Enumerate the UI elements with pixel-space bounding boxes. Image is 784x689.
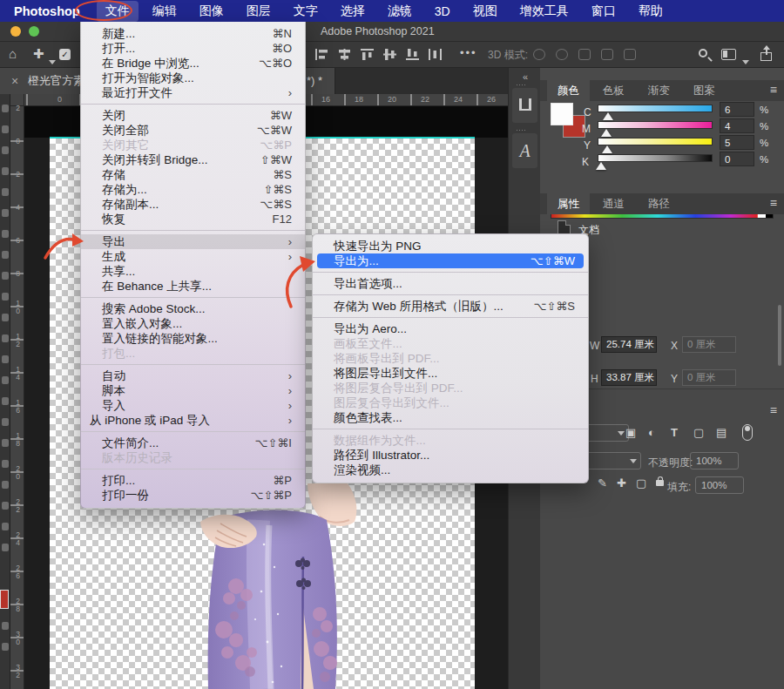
3d-roll-icon[interactable] [556, 49, 568, 60]
menubar-item-plugins[interactable]: 增效工具 [520, 3, 569, 19]
foreground-color-swatch[interactable] [0, 590, 9, 609]
file-menu-item[interactable]: 共享... [81, 264, 305, 279]
share-icon[interactable] [760, 47, 774, 62]
file-menu-item[interactable]: 文件简介...⌥⇧⌘I [81, 436, 305, 450]
file-menu-item-recent[interactable]: 最近打开文件› [81, 85, 305, 100]
tab-color[interactable]: 颜色 [547, 80, 590, 101]
tab-properties[interactable]: 属性 [547, 193, 590, 214]
magenta-value-input[interactable]: 4 [720, 118, 754, 133]
tools-panel-fragment[interactable] [0, 94, 10, 689]
y-input[interactable]: 0 厘米 [682, 369, 736, 386]
tab-swatches[interactable]: 色板 [592, 80, 635, 101]
move-tool-caret-icon[interactable] [49, 52, 56, 68]
tab-channels[interactable]: 通道 [592, 193, 635, 214]
more-options-icon[interactable]: ••• [460, 46, 477, 59]
cyan-slider[interactable] [598, 105, 713, 112]
black-value-input[interactable]: 0 [720, 152, 754, 166]
3d-camera-icon[interactable] [624, 49, 636, 60]
move-tool-icon[interactable]: ✚ [33, 46, 44, 62]
export-submenu-item[interactable]: 颜色查找表... [313, 410, 588, 425]
file-menu-item[interactable]: 打印...⌘P [81, 473, 305, 488]
file-menu-item-export[interactable]: 导出› [81, 234, 305, 249]
file-menu-item[interactable]: 关闭全部⌥⌘W [81, 123, 305, 138]
align-top-icon[interactable] [361, 49, 374, 60]
export-submenu-item[interactable]: 将图层导出到文件... [313, 366, 588, 381]
3d-pan-icon[interactable] [578, 49, 591, 60]
filter-smart-object-icon[interactable]: ▤ [716, 426, 727, 439]
expand-panels-icon[interactable]: « [523, 71, 528, 82]
export-submenu-item-export-as[interactable]: 导出为...⌥⇧⌘W [317, 253, 584, 268]
export-submenu-item[interactable]: 渲染视频... [313, 463, 588, 477]
cyan-value-input[interactable]: 6 [720, 102, 754, 117]
menubar-item-edit[interactable]: 编辑 [152, 3, 177, 19]
file-menu-item[interactable]: 存储副本...⌥⌘S [81, 197, 305, 212]
tab-close-icon[interactable]: × [11, 68, 18, 94]
file-menu-item[interactable]: 打印一份⌥⇧⌘P [81, 488, 305, 503]
panel-menu-icon[interactable]: ≡ [770, 196, 777, 210]
panel-menu-icon[interactable]: ≡ [770, 83, 777, 97]
align-bottom-icon[interactable] [406, 49, 419, 60]
file-menu-item-generate[interactable]: 生成› [81, 249, 305, 264]
menubar-item-image[interactable]: 图像 [199, 3, 224, 19]
filter-adjustment-icon[interactable]: ◐ [648, 426, 655, 439]
align-left-icon[interactable] [315, 49, 328, 60]
magenta-slider[interactable] [598, 121, 713, 129]
file-menu-item[interactable]: 关闭并转到 Bridge...⇧⌘W [81, 152, 305, 167]
vertical-ruler[interactable]: 2 0 2 4 6 8 10 12 14 16 18 20 22 24 26 2… [10, 106, 24, 689]
file-menu-item-import[interactable]: 导入› [81, 398, 305, 413]
filter-pixel-icon[interactable]: ▣ [625, 426, 636, 439]
file-menu-item[interactable]: 恢复F12 [81, 212, 305, 226]
menubar-item-3d[interactable]: 3D [435, 4, 450, 18]
file-menu-item-scripts[interactable]: 脚本› [81, 383, 305, 398]
distribute-icon[interactable] [429, 49, 442, 60]
export-submenu-item[interactable]: 导出为 Aero... [313, 321, 588, 336]
tab-patterns[interactable]: 图案 [683, 80, 726, 101]
export-submenu-item[interactable]: 快速导出为 PNG [313, 239, 588, 253]
tab-paths[interactable]: 路径 [638, 193, 680, 214]
lock-all-icon[interactable] [656, 480, 664, 486]
file-menu-item[interactable]: 置入链接的智能对象... [81, 331, 305, 346]
yellow-slider[interactable] [598, 138, 713, 145]
menubar-item-layer[interactable]: 图层 [247, 3, 271, 19]
menubar-item-view[interactable]: 视图 [473, 3, 497, 19]
menubar-item-filter[interactable]: 滤镜 [388, 3, 412, 19]
menubar-app-name[interactable]: Photoshop [14, 4, 80, 18]
file-menu-item[interactable]: 搜索 Adobe Stock... [81, 301, 305, 316]
tab-gradients[interactable]: 渐变 [638, 80, 680, 101]
search-icon[interactable] [699, 49, 707, 57]
cyan-slider-thumb[interactable] [603, 112, 613, 120]
export-submenu-item[interactable]: 路径到 Illustrator... [313, 448, 588, 463]
fill-input[interactable]: 100% [695, 476, 744, 494]
file-menu-item[interactable]: 存储为...⇧⌘S [81, 182, 305, 197]
filter-toggle-icon[interactable] [742, 424, 753, 441]
height-input[interactable]: 33.87 厘米 [601, 369, 657, 386]
zoom-button[interactable] [29, 26, 39, 37]
foreground-color-swatch-panel[interactable] [551, 103, 573, 125]
lock-frame-icon[interactable]: ▢ [636, 476, 646, 490]
glyphs-panel-icon[interactable]: A [512, 133, 537, 168]
width-input[interactable]: 25.74 厘米 [601, 336, 657, 353]
export-submenu-item[interactable]: 导出首选项... [313, 276, 588, 291]
menubar-item-type[interactable]: 文字 [294, 3, 318, 19]
file-menu-item[interactable]: 新建...⌘N [81, 26, 305, 41]
minimize-button[interactable] [10, 26, 21, 37]
yellow-slider-thumb[interactable] [602, 145, 612, 153]
menubar-item-window[interactable]: 窗口 [591, 3, 616, 19]
workspace-caret-icon[interactable] [742, 52, 749, 68]
align-middle-icon[interactable] [383, 49, 396, 60]
lock-move-icon[interactable]: ✚ [617, 476, 626, 490]
3d-slide-icon[interactable] [601, 49, 613, 60]
export-submenu-item[interactable]: 存储为 Web 所用格式（旧版）...⌥⇧⌘S [313, 299, 588, 314]
x-input[interactable]: 0 厘米 [682, 336, 736, 353]
libraries-panel-icon[interactable] [512, 88, 537, 123]
black-slider-thumb[interactable] [596, 162, 606, 170]
auto-select-checkbox[interactable]: ✓ [59, 49, 71, 60]
file-menu-item[interactable]: 存储⌘S [81, 167, 305, 182]
opacity-input[interactable]: 100% [690, 452, 739, 469]
menubar-item-select[interactable]: 选择 [341, 3, 365, 19]
panel-menu-icon[interactable]: ≡ [770, 403, 777, 417]
home-icon[interactable]: ⌂ [9, 46, 17, 61]
align-center-icon[interactable] [338, 49, 351, 60]
menubar-item-help[interactable]: 帮助 [639, 3, 663, 19]
filter-type-icon[interactable]: T [671, 426, 678, 439]
